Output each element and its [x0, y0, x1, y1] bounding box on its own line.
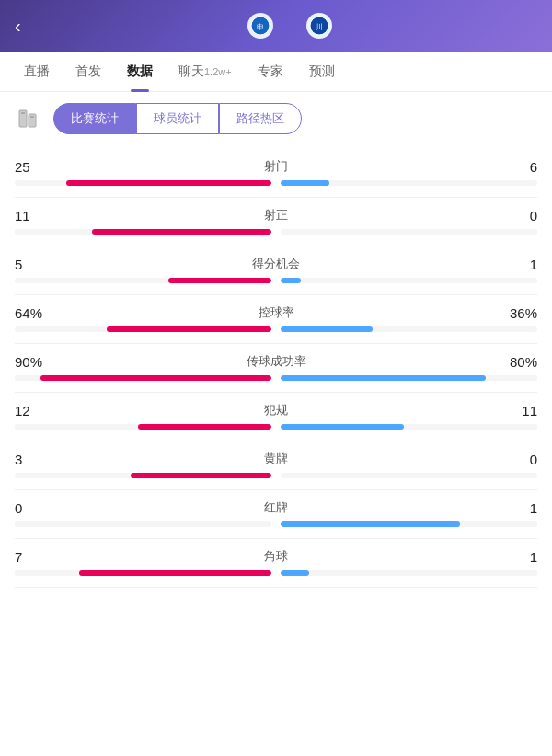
- away-team-logo: 川: [306, 13, 332, 39]
- stat-home-value-possession: 64%: [15, 305, 61, 321]
- bar-divider-shots: [275, 178, 277, 188]
- bar-away-fouls: [281, 424, 404, 430]
- bar-away-corners: [281, 570, 309, 576]
- bars-possession: [15, 326, 537, 332]
- bar-home-container-fouls: [15, 424, 271, 430]
- bar-home-possession: [107, 326, 271, 332]
- bar-home-container-red-cards: [15, 521, 271, 527]
- tab-lineup[interactable]: 首发: [63, 52, 114, 92]
- tab-expert[interactable]: 专家: [245, 52, 296, 92]
- stat-away-value-pass-success: 80%: [491, 354, 537, 370]
- stat-away-value-chances: 1: [491, 257, 537, 272]
- sub-tab-player-stats[interactable]: 球员统计: [136, 103, 219, 134]
- stat-away-value-fouls: 11: [491, 403, 537, 418]
- bar-divider-red-cards: [275, 520, 277, 529]
- sub-tab-match-stats[interactable]: 比赛统计: [53, 103, 136, 134]
- bar-home-yellow-cards: [131, 473, 271, 478]
- score-display: 申 川: [42, 13, 537, 39]
- bar-away-container-possession: [281, 326, 537, 332]
- bar-home-container-shots: [15, 180, 271, 186]
- stat-row-chances: 5得分机会1: [15, 246, 537, 295]
- match-header: ‹ 申 川: [0, 0, 552, 52]
- stat-row-corners: 7角球1: [15, 539, 537, 588]
- stat-home-value-corners: 7: [15, 549, 61, 565]
- bar-home-shots: [66, 180, 271, 186]
- stat-home-value-chances: 5: [15, 257, 61, 272]
- stat-home-value-yellow-cards: 3: [15, 452, 61, 467]
- bar-away-container-shots-on-target: [281, 229, 537, 235]
- bar-away-container-red-cards: [281, 521, 537, 527]
- stat-label-fouls: 犯规: [61, 402, 491, 418]
- bar-divider-fouls: [275, 422, 277, 431]
- bars-pass-success: [15, 375, 537, 381]
- stat-home-value-shots: 25: [15, 159, 61, 175]
- back-button[interactable]: ‹: [15, 16, 42, 37]
- bar-home-container-shots-on-target: [15, 229, 271, 235]
- stat-label-yellow-cards: 黄牌: [61, 451, 491, 467]
- bar-home-container-yellow-cards: [15, 473, 271, 478]
- bar-home-container-possession: [15, 326, 271, 332]
- bar-away-possession: [281, 326, 373, 332]
- nav-tabs: 直播 首发 数据 聊天 1.2w+ 专家 预测: [0, 52, 552, 92]
- bar-home-container-pass-success: [15, 375, 271, 381]
- stat-label-corners: 角球: [61, 548, 491, 565]
- home-team-logo: 申: [247, 13, 273, 39]
- bar-away-pass-success: [281, 375, 486, 381]
- stat-home-value-pass-success: 90%: [15, 354, 61, 370]
- tab-data[interactable]: 数据: [114, 52, 166, 92]
- stat-label-red-cards: 红牌: [61, 499, 491, 516]
- tab-chat[interactable]: 聊天 1.2w+: [166, 52, 245, 92]
- bar-divider-chances: [275, 276, 277, 285]
- stats-icon: [15, 104, 44, 133]
- tab-live[interactable]: 直播: [11, 52, 63, 92]
- stat-row-red-cards: 0红牌1: [15, 490, 537, 539]
- bars-corners: [15, 570, 537, 576]
- bar-away-container-shots: [281, 180, 537, 186]
- stat-home-value-fouls: 12: [15, 403, 61, 418]
- bar-away-container-fouls: [281, 424, 537, 430]
- stat-label-possession: 控球率: [61, 304, 491, 321]
- bar-home-fouls: [138, 424, 271, 430]
- bar-divider-possession: [275, 325, 277, 334]
- stat-label-shots-on-target: 射正: [61, 207, 491, 223]
- stat-row-yellow-cards: 3黄牌0: [15, 441, 537, 490]
- bar-away-container-corners: [281, 570, 537, 576]
- bar-divider-pass-success: [275, 373, 277, 383]
- bars-shots-on-target: [15, 229, 537, 235]
- stat-away-value-corners: 1: [491, 549, 537, 565]
- bar-home-chances: [168, 278, 271, 283]
- stat-label-shots: 射门: [61, 158, 491, 175]
- chat-badge: 1.2w+: [204, 66, 232, 77]
- tab-predict[interactable]: 预测: [296, 52, 348, 92]
- bar-away-red-cards: [281, 521, 460, 527]
- bar-away-container-chances: [281, 278, 537, 283]
- svg-text:川: 川: [316, 23, 323, 31]
- stat-row-pass-success: 90%传球成功率80%: [15, 344, 537, 393]
- bars-yellow-cards: [15, 473, 537, 478]
- bars-shots: [15, 180, 537, 186]
- bars-chances: [15, 278, 537, 283]
- svg-rect-5: [29, 114, 36, 127]
- bars-red-cards: [15, 521, 537, 527]
- stat-home-value-shots-on-target: 11: [15, 208, 61, 223]
- bar-home-corners: [79, 570, 271, 576]
- stat-away-value-possession: 36%: [491, 305, 537, 321]
- sub-tabs: 比赛统计 球员统计 路径热区: [53, 103, 537, 134]
- bar-away-chances: [281, 278, 301, 283]
- bar-home-container-chances: [15, 278, 271, 283]
- bar-home-container-corners: [15, 570, 271, 576]
- bar-divider-shots-on-target: [275, 227, 277, 236]
- svg-text:申: 申: [257, 23, 264, 31]
- bars-fouls: [15, 424, 537, 430]
- bar-home-pass-success: [40, 375, 271, 381]
- stat-home-value-red-cards: 0: [15, 500, 61, 516]
- stat-row-fouls: 12犯规11: [15, 393, 537, 441]
- stat-away-value-red-cards: 1: [491, 500, 537, 516]
- sub-tab-heatmap[interactable]: 路径热区: [219, 103, 302, 134]
- main-content: 比赛统计 球员统计 路径热区 25射门611射正05得分机会164%控球率36%…: [0, 92, 552, 599]
- bar-away-shots: [281, 180, 329, 186]
- stat-row-shots-on-target: 11射正0: [15, 198, 537, 246]
- sub-tabs-row: 比赛统计 球员统计 路径热区: [15, 103, 537, 134]
- stat-away-value-yellow-cards: 0: [491, 452, 537, 467]
- stat-away-value-shots-on-target: 0: [491, 208, 537, 223]
